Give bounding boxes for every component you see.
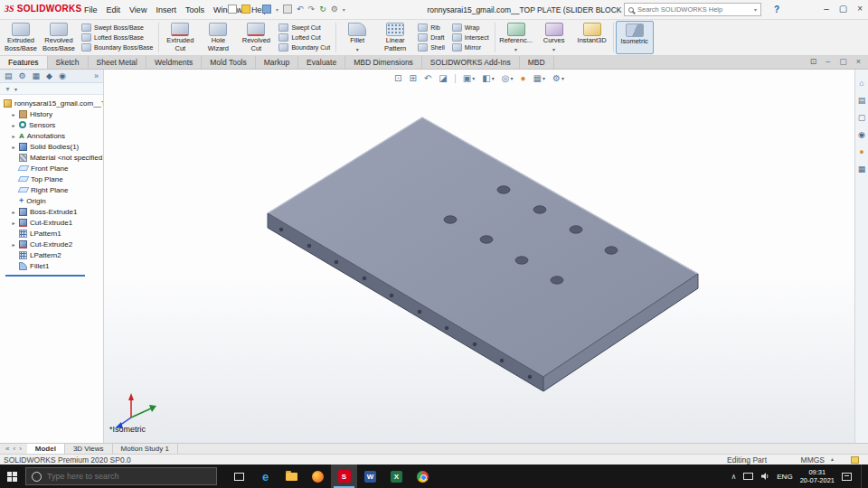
scroll-left-icon[interactable]: ‹ <box>13 445 15 453</box>
tree-item-front-plane[interactable]: Front Plane <box>0 163 103 174</box>
rib-button[interactable]: Rib <box>418 23 445 32</box>
tree-item-boss-extrude1[interactable]: ▸Boss-Extrude1 <box>0 206 103 217</box>
swept-cut-button[interactable]: Swept Cut <box>278 23 330 32</box>
print-icon[interactable] <box>283 5 292 14</box>
undo-icon[interactable]: ↶ <box>297 5 304 14</box>
instant3d-button[interactable]: Instant3D <box>573 21 611 54</box>
tab-sheet-metal[interactable]: Sheet Metal <box>89 56 146 69</box>
tab-mold-tools[interactable]: Mold Tools <box>202 56 255 69</box>
design-library-icon[interactable] <box>858 96 866 105</box>
linear-pattern-button[interactable]: Linear Pattern <box>376 21 414 54</box>
lofted-boss-base-button[interactable]: Lofted Boss/Base <box>81 33 153 42</box>
restore-icon[interactable]: ▢ <box>839 4 847 14</box>
task-view-button[interactable] <box>226 465 252 488</box>
taskbar-clock[interactable]: 09:31 20-07-2021 <box>800 468 835 484</box>
redo-icon[interactable]: ↷ <box>308 5 316 14</box>
solidworks-app-button[interactable]: S <box>331 465 357 488</box>
new-document-icon[interactable] <box>228 5 237 14</box>
open-document-icon[interactable] <box>241 5 250 14</box>
tab-markup[interactable]: Markup <box>256 56 298 69</box>
part-3d-model[interactable] <box>104 70 854 443</box>
help-search-box[interactable]: ▾ <box>624 3 761 16</box>
edge-app-button[interactable]: e <box>252 465 278 488</box>
save-icon[interactable] <box>262 5 271 14</box>
expand-arrow-icon[interactable]: ▸ <box>11 133 16 139</box>
help-icon[interactable]: ? <box>774 5 779 14</box>
tab-features[interactable]: Features <box>0 56 48 69</box>
scroll-right-icon[interactable]: › <box>19 445 22 453</box>
volume-icon[interactable] <box>760 472 769 481</box>
display-manager-tab-icon[interactable]: ◉ <box>59 71 66 80</box>
tray-expand-icon[interactable]: ∧ <box>731 473 736 481</box>
isometric-view-button[interactable]: Isometric <box>616 21 654 54</box>
tree-item-right-plane[interactable]: Right Plane <box>0 184 103 195</box>
custom-properties-tag-icon[interactable] <box>851 456 859 464</box>
tree-item-history[interactable]: ▸History <box>0 108 103 119</box>
file-explorer-pane-icon[interactable] <box>858 113 866 122</box>
reference-geometry-button[interactable]: Referenc... <box>497 21 535 54</box>
mirror-button[interactable]: Mirror <box>452 43 489 52</box>
menu-edit[interactable]: Edit <box>102 0 126 20</box>
expand-arrow-icon[interactable]: ▸ <box>11 144 16 150</box>
tree-filter-bar[interactable]: ▼ <box>0 83 103 95</box>
tree-item-annotations[interactable]: ▸Annotations <box>0 130 103 141</box>
fillet-caret-icon[interactable] <box>356 45 359 53</box>
swept-boss-base-button[interactable]: Swept Boss/Base <box>81 23 153 32</box>
options-caret-icon[interactable]: ▾ <box>343 6 345 13</box>
view-palette-icon[interactable] <box>858 130 865 139</box>
show-desktop-button[interactable] <box>861 465 863 488</box>
menu-file[interactable]: File <box>80 0 102 20</box>
tree-item-solid-bodies[interactable]: ▸Solid Bodies(1) <box>0 141 103 152</box>
menu-tools[interactable]: Tools <box>181 0 209 20</box>
tab-weldments[interactable]: Weldments <box>146 56 202 69</box>
reference-caret-icon[interactable] <box>514 45 517 53</box>
tab-motion-study-1[interactable]: Motion Study 1 <box>113 444 178 454</box>
search-caret-icon[interactable]: ▾ <box>754 6 757 13</box>
options-gear-icon[interactable]: ⚙ <box>331 5 338 14</box>
units-label[interactable]: MMGS <box>801 455 825 465</box>
save-caret-icon[interactable]: ▾ <box>276 6 278 13</box>
extruded-cut-button[interactable]: Extruded Cut <box>161 21 199 54</box>
curves-button[interactable]: Curves <box>535 21 573 54</box>
rebuild-icon[interactable]: ↻ <box>319 5 326 14</box>
hole-wizard-button[interactable]: Hole Wizard <box>199 21 237 54</box>
rollback-bar[interactable] <box>5 275 85 277</box>
curves-caret-icon[interactable] <box>552 45 555 53</box>
tree-item-top-plane[interactable]: Top Plane <box>0 174 103 184</box>
open-caret-icon[interactable]: ▾ <box>255 6 258 13</box>
dimxpert-tab-icon[interactable]: ◆ <box>46 71 52 80</box>
doc-minimize-icon[interactable]: – <box>826 57 830 66</box>
tab-sketch[interactable]: Sketch <box>48 56 89 69</box>
units-caret-icon[interactable]: ▴ <box>831 455 834 462</box>
draft-button[interactable]: Draft <box>418 33 445 42</box>
tree-item-cut-extrude2[interactable]: ▸Cut-Extrude2 <box>0 239 103 249</box>
start-button[interactable] <box>7 472 17 482</box>
expand-arrow-icon[interactable]: ▸ <box>11 241 16 248</box>
intersect-button[interactable]: Intersect <box>452 33 489 42</box>
feature-tree-tab-icon[interactable]: ▤ <box>5 71 13 80</box>
tree-item-sensors[interactable]: ▸Sensors <box>0 119 103 130</box>
doc-restore-icon[interactable]: ⊡ <box>810 57 817 66</box>
home-icon[interactable] <box>859 79 863 88</box>
extruded-boss-base-button[interactable]: Extruded Boss/Base <box>2 21 40 54</box>
tab-mbd[interactable]: MBD <box>520 56 554 69</box>
close-icon[interactable]: × <box>857 4 863 14</box>
tab-model[interactable]: Model <box>27 444 65 454</box>
doc-close-icon[interactable]: × <box>856 57 861 66</box>
expand-arrow-icon[interactable]: ▸ <box>11 220 16 226</box>
firefox-app-button[interactable] <box>305 465 331 488</box>
expand-arrow-icon[interactable]: ▸ <box>11 122 16 128</box>
display-tray-icon[interactable] <box>743 473 753 480</box>
tree-item-cut-extrude1[interactable]: ▸Cut-Extrude1 <box>0 217 103 228</box>
graphics-viewport[interactable]: *Isometric <box>104 70 854 443</box>
shell-button[interactable]: Shell <box>418 43 445 52</box>
property-manager-tab-icon[interactable]: ⚙ <box>19 71 26 80</box>
language-indicator[interactable]: ENG <box>777 473 792 481</box>
tab-mbd-dimensions[interactable]: MBD Dimensions <box>345 56 422 69</box>
tab-3d-views[interactable]: 3D Views <box>65 444 113 454</box>
doc-maximize-icon[interactable]: ▢ <box>839 57 847 66</box>
revolved-boss-base-button[interactable]: Revolved Boss/Base <box>40 21 78 54</box>
configuration-manager-tab-icon[interactable]: ▦ <box>33 71 41 80</box>
taskbar-search-input[interactable] <box>47 472 211 481</box>
chrome-app-button[interactable] <box>410 465 436 488</box>
